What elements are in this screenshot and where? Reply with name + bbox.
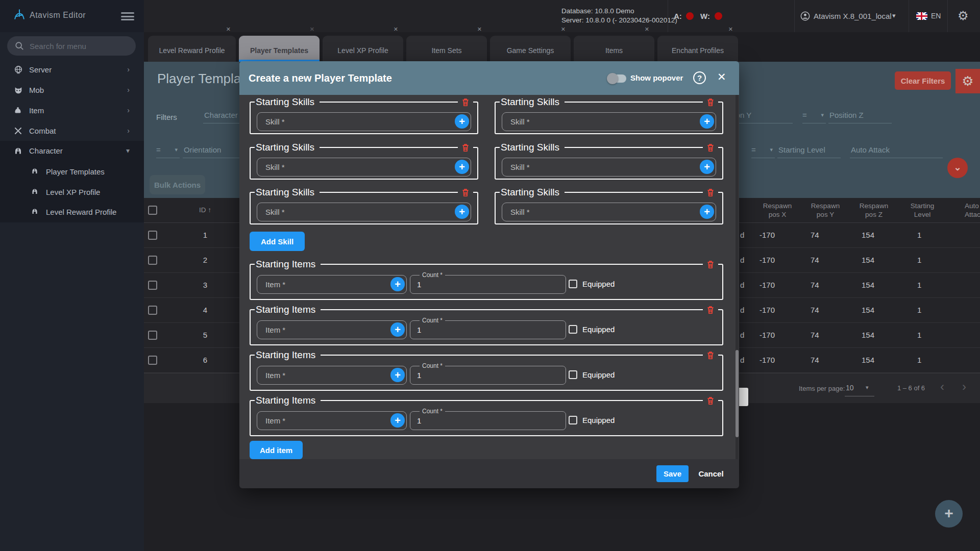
- skill-input[interactable]: [502, 113, 716, 131]
- bulk-actions-button[interactable]: Bulk Actions: [150, 175, 205, 194]
- column-header-respawn-y[interactable]: Respawn pos Y: [806, 202, 845, 219]
- row-checkbox[interactable]: [148, 281, 157, 290]
- table-settings-gear-icon[interactable]: ⚙: [955, 69, 980, 93]
- delete-item-button[interactable]: [703, 349, 718, 361]
- equipped-checkbox[interactable]: Equipped: [569, 280, 615, 288]
- add-skill-plus-icon[interactable]: +: [455, 114, 469, 129]
- item-input[interactable]: [257, 366, 406, 384]
- delete-skill-button[interactable]: [458, 141, 473, 154]
- filter-position-z[interactable]: Position Z: [828, 111, 892, 123]
- delete-skill-button[interactable]: [703, 141, 718, 154]
- delete-skill-button[interactable]: [703, 96, 718, 108]
- skill-input[interactable]: [257, 158, 471, 176]
- add-new-fab[interactable]: +: [935, 500, 963, 528]
- language-selector[interactable]: EN: [931, 12, 941, 20]
- tab-level-reward-profile[interactable]: Level Reward Profile ✕: [148, 36, 236, 62]
- skill-input[interactable]: [502, 203, 716, 221]
- add-item-plus-icon[interactable]: +: [390, 277, 405, 291]
- delete-skill-button[interactable]: [458, 96, 473, 108]
- add-skill-button[interactable]: Add Skill: [250, 232, 305, 251]
- sidebar-item-combat[interactable]: Combat ›: [0, 121, 144, 141]
- modal-scrollbar-thumb[interactable]: [736, 350, 739, 437]
- clear-filters-button[interactable]: Clear Filters: [895, 71, 951, 90]
- add-skill-plus-icon[interactable]: +: [700, 205, 714, 219]
- row-checkbox[interactable]: [148, 356, 157, 365]
- menu-toggle-button[interactable]: [121, 12, 134, 20]
- tab-player-templates[interactable]: Player Templates ✕: [239, 36, 320, 62]
- tab-close-icon[interactable]: ✕: [645, 27, 649, 32]
- sidebar-item-server[interactable]: Server ›: [0, 60, 144, 80]
- add-skill-plus-icon[interactable]: +: [700, 114, 714, 129]
- sidebar-item-player-templates[interactable]: Player Templates: [0, 162, 144, 182]
- delete-item-button[interactable]: [703, 394, 718, 407]
- filter-operator-starting-level[interactable]: = ▾: [751, 145, 775, 158]
- column-header-auto-attack[interactable]: Auto Attack: [965, 202, 980, 219]
- sidebar-item-level-reward-profile[interactable]: Level Reward Profile: [0, 202, 144, 222]
- tab-close-icon[interactable]: ✕: [477, 27, 482, 32]
- tab-enchant-profiles[interactable]: Enchant Profiles ✕: [657, 36, 738, 62]
- add-skill-plus-icon[interactable]: +: [455, 205, 469, 219]
- count-input[interactable]: [410, 412, 566, 430]
- delete-skill-button[interactable]: [458, 186, 473, 198]
- row-checkbox[interactable]: [148, 231, 157, 240]
- skill-input[interactable]: [257, 113, 471, 131]
- tab-level-xp-profile[interactable]: Level XP Profile ✕: [323, 36, 403, 62]
- settings-gear-icon[interactable]: ⚙: [958, 9, 969, 23]
- tab-close-icon[interactable]: ✕: [561, 27, 566, 32]
- next-page-icon[interactable]: ›: [962, 380, 966, 394]
- column-header-id[interactable]: ID ↑: [185, 206, 226, 214]
- close-icon[interactable]: ✕: [717, 71, 726, 83]
- skill-input[interactable]: [502, 158, 716, 176]
- filter-operator-position-z[interactable]: = ▾: [802, 111, 826, 123]
- expand-filters-button[interactable]: ⌄: [947, 158, 968, 178]
- column-header-respawn-z[interactable]: Respawn pos Z: [854, 202, 893, 219]
- delete-item-button[interactable]: [703, 304, 718, 316]
- help-icon[interactable]: ?: [693, 71, 706, 84]
- equipped-checkbox[interactable]: Equipped: [569, 416, 615, 424]
- column-header-respawn-x[interactable]: Respawn pos X: [758, 202, 797, 219]
- item-input[interactable]: [257, 276, 406, 293]
- sidebar-item-mob[interactable]: Mob ›: [0, 80, 144, 101]
- item-input[interactable]: [257, 321, 406, 339]
- tab-game-settings[interactable]: Game Settings ✕: [490, 36, 571, 62]
- prev-page-icon[interactable]: ‹: [940, 380, 944, 394]
- save-button[interactable]: Save: [656, 465, 689, 482]
- show-popover-toggle[interactable]: [608, 74, 626, 83]
- row-checkbox[interactable]: [148, 306, 157, 315]
- count-input[interactable]: [410, 321, 566, 339]
- cancel-button[interactable]: Cancel: [693, 465, 729, 482]
- chevron-down-icon[interactable]: ▾: [866, 384, 869, 391]
- sidebar-item-item[interactable]: Item ›: [0, 101, 144, 121]
- delete-item-button[interactable]: [703, 258, 718, 270]
- search-input[interactable]: [30, 36, 129, 56]
- delete-skill-button[interactable]: [703, 186, 718, 198]
- items-per-page-select[interactable]: 10: [846, 384, 854, 392]
- count-input[interactable]: [410, 276, 566, 293]
- sidebar-item-level-xp-profile[interactable]: Level XP Profile: [0, 182, 144, 203]
- skill-input[interactable]: [257, 203, 471, 221]
- tab-close-icon[interactable]: ✕: [226, 27, 231, 32]
- add-item-plus-icon[interactable]: +: [390, 413, 405, 428]
- tab-close-icon[interactable]: ✕: [728, 27, 733, 32]
- column-header-starting-level[interactable]: Starting Level: [903, 202, 942, 219]
- chevron-down-icon[interactable]: ▾: [892, 12, 896, 19]
- sidebar-item-character[interactable]: Character ▾: [0, 141, 144, 161]
- select-all-checkbox[interactable]: [148, 206, 157, 215]
- filter-operator-orientation[interactable]: = ▾: [156, 145, 180, 158]
- add-skill-plus-icon[interactable]: +: [700, 160, 714, 174]
- filter-auto-attack[interactable]: Auto Attack: [850, 145, 943, 158]
- filter-starting-level[interactable]: Starting Level: [777, 145, 841, 158]
- equipped-checkbox[interactable]: Equipped: [569, 325, 615, 334]
- add-item-button[interactable]: Add item: [250, 441, 303, 459]
- tab-item-sets[interactable]: Item Sets ✕: [406, 36, 487, 62]
- count-input[interactable]: [410, 366, 566, 384]
- tab-close-icon[interactable]: ✕: [310, 27, 314, 32]
- equipped-checkbox[interactable]: Equipped: [569, 370, 615, 379]
- account-dropdown[interactable]: Atavism X.8_001_local: [814, 12, 892, 20]
- tab-items[interactable]: Items ✕: [574, 36, 654, 62]
- row-checkbox[interactable]: [148, 331, 157, 340]
- row-checkbox[interactable]: [148, 256, 157, 265]
- add-item-plus-icon[interactable]: +: [390, 322, 405, 337]
- item-input[interactable]: [257, 412, 406, 430]
- add-skill-plus-icon[interactable]: +: [455, 160, 469, 174]
